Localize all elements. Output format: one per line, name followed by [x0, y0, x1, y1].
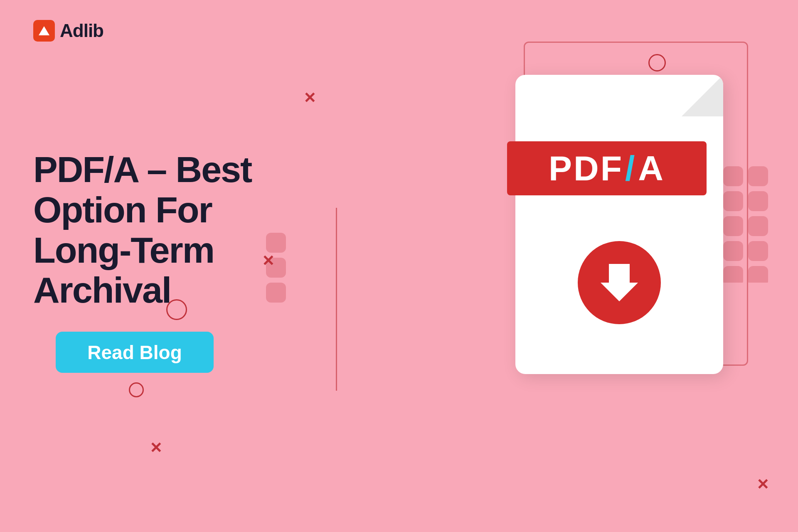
pdf-banner-text: PDF/A: [549, 148, 665, 189]
deco-circle-3: [129, 382, 144, 397]
logo: Adlib: [33, 20, 103, 42]
pdf-banner: PDF/A: [507, 141, 707, 195]
pdf-prefix: PDF: [549, 148, 623, 189]
svg-rect-10: [748, 266, 768, 283]
deco-x-5: ✕: [150, 441, 162, 456]
pdf-suffix: A: [638, 148, 665, 189]
deco-line-vertical: [336, 208, 337, 391]
headline-text: PDF/A – Best Option For Long-Term Archiv…: [33, 150, 324, 310]
main-heading: PDF/A – Best Option For Long-Term Archiv…: [33, 150, 324, 310]
pdf-slash: /: [625, 148, 636, 189]
deco-x-4: ✕: [756, 477, 769, 492]
svg-rect-8: [748, 241, 768, 261]
svg-rect-4: [748, 191, 768, 211]
doc-fold-corner: [682, 75, 723, 116]
svg-marker-14: [601, 264, 638, 301]
deco-x-1: ✕: [303, 91, 316, 106]
download-arrow-icon: [596, 260, 642, 305]
logo-icon: [33, 20, 55, 42]
adlib-triangle-icon: [38, 25, 50, 37]
svg-rect-6: [748, 216, 768, 236]
doc-paper: PDF/A: [515, 75, 723, 374]
svg-rect-2: [748, 166, 768, 186]
svg-marker-0: [39, 26, 49, 35]
banner: Adlib ✕ ✕ ✕ ✕ ✕ PDF/A – Best Option For …: [0, 0, 798, 532]
download-icon-circle: [578, 241, 661, 324]
read-blog-button[interactable]: Read Blog: [56, 332, 214, 373]
brand-name: Adlib: [60, 20, 103, 41]
pdf-document-illustration: PDF/A: [499, 50, 732, 374]
